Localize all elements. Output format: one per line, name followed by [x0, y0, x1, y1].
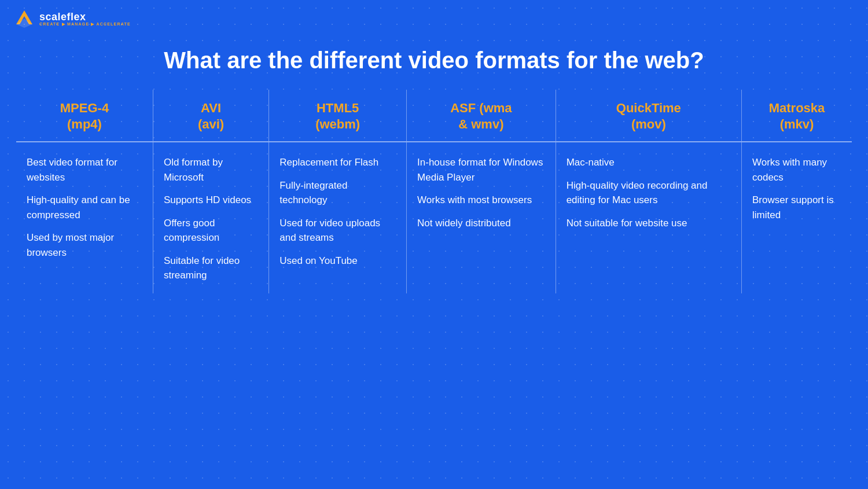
header-mpeg4: MPEG-4(mp4)	[16, 90, 153, 142]
cell-avi: Old format by MicrosoftSupports HD video…	[153, 142, 269, 293]
list-item: Not widely distributed	[417, 216, 545, 231]
cell-quicktime: Mac-nativeHigh-quality video recording a…	[556, 142, 741, 293]
header-matroska: Matroska(mkv)	[741, 90, 852, 142]
list-item: Best video format for websites	[27, 155, 142, 185]
list-item: Used for video uploads and streams	[279, 216, 396, 245]
scaleflex-logo-icon	[14, 8, 35, 29]
logo-sub-text: CREATE ▶ MANAGE ▶ ACCELERATE	[39, 22, 131, 26]
logo: scaleflex CREATE ▶ MANAGE ▶ ACCELERATE	[14, 8, 131, 29]
list-item: Old format by Microsoft	[164, 155, 258, 185]
list-item: Replacement for Flash	[279, 155, 396, 170]
header: scaleflex CREATE ▶ MANAGE ▶ ACCELERATE	[0, 0, 868, 37]
list-item: Used on YouTube	[279, 253, 396, 269]
table-wrapper: MPEG-4(mp4)AVI(avi)HTML5(webm)ASF (wma& …	[0, 90, 868, 305]
svg-marker-2	[16, 19, 32, 28]
cell-matroska: Works with many codecsBrowser support is…	[741, 142, 852, 293]
cell-asf: In-house format for Windows Media Player…	[407, 142, 556, 293]
list-item: Mac-native	[567, 155, 731, 170]
table-header-row-th: MPEG-4(mp4)AVI(avi)HTML5(webm)ASF (wma& …	[16, 90, 852, 142]
cell-html5: Replacement for FlashFully-integrated te…	[269, 142, 407, 293]
list-item: Browser support is limited	[752, 193, 841, 222]
page-title: What are the different video formats for…	[0, 37, 868, 90]
list-item: Used by most major browsers	[27, 230, 142, 260]
list-item: Not suitable for website use	[567, 216, 731, 231]
header-avi: AVI(avi)	[153, 90, 269, 142]
logo-main-text: scaleflex	[39, 12, 131, 22]
list-item: Suitable for video streaming	[164, 253, 258, 283]
list-item: High-quality and can be compressed	[27, 193, 142, 222]
list-item: Works with many codecs	[752, 155, 841, 185]
header-asf: ASF (wma& wmv)	[407, 90, 556, 142]
list-item: Works with most browsers	[417, 193, 545, 208]
list-item: In-house format for Windows Media Player	[417, 155, 545, 185]
list-item: High-quality video recording and editing…	[567, 178, 731, 208]
list-item: Offers good compression	[164, 216, 258, 245]
logo-text: scaleflex CREATE ▶ MANAGE ▶ ACCELERATE	[39, 12, 131, 26]
video-formats-table: MPEG-4(mp4)AVI(avi)HTML5(webm)ASF (wma& …	[16, 90, 852, 293]
header-html5: HTML5(webm)	[269, 90, 407, 142]
list-item: Supports HD videos	[164, 193, 258, 208]
list-item: Fully-integrated technology	[279, 178, 396, 208]
cell-mpeg4: Best video format for websitesHigh-quali…	[16, 142, 153, 293]
table-body-row: Best video format for websitesHigh-quali…	[16, 142, 852, 293]
header-quicktime: QuickTime(mov)	[556, 90, 741, 142]
